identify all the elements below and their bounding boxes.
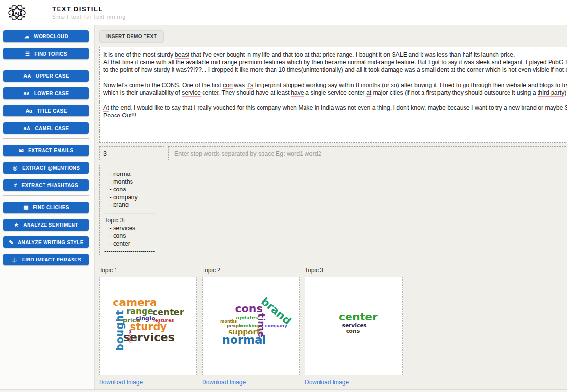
sidebar-item-label: EXTRACT @MENTIONS bbox=[22, 165, 80, 171]
results-line: - cons bbox=[104, 186, 567, 193]
text-segment: mid-range bbox=[366, 59, 396, 66]
sidebar-item-find-cliches[interactable]: ▦FIND CLICHES bbox=[3, 202, 89, 213]
text-segment: to the point of how sturdy it was??!??..… bbox=[103, 66, 567, 73]
text-segment: . But I got to say it was sleek and eleg… bbox=[414, 59, 567, 66]
sidebar-item-find-topics[interactable]: ☰FIND TOPICS bbox=[3, 48, 89, 59]
sidebar-item-upper-case[interactable]: AAUPPER CASE bbox=[3, 70, 89, 82]
app-subtitle: Smart tool for text mining bbox=[52, 15, 126, 20]
download-image-link[interactable]: Download Image bbox=[202, 379, 246, 386]
cloud-word: services bbox=[123, 332, 174, 343]
sidebar: ☁WORDCLOUD☰FIND TOPICSAAUPPER CASEaaLOWE… bbox=[0, 25, 95, 389]
download-image-link[interactable]: Download Image bbox=[305, 379, 349, 386]
sidebar-item-label: CAMEL CASE bbox=[35, 126, 69, 131]
header-titles: TEXT DISTILL Smart tool for text mining bbox=[52, 5, 126, 20]
sidebar-item-label: FIND IMPACT PHRASES bbox=[22, 257, 81, 262]
text-segment: ). Now, the third con wa bbox=[564, 89, 567, 96]
ai-logo-icon: AI bbox=[6, 1, 28, 24]
sidebar-item-extract-mentions[interactable]: @EXTRACT @MENTIONS bbox=[3, 162, 89, 174]
cloud-word: center bbox=[152, 308, 184, 317]
text-segment: a single service center bbox=[304, 89, 366, 96]
sidebar-item-find-impact-phrases[interactable]: ⚓FIND IMPACT PHRASES bbox=[3, 254, 89, 265]
sidebar-item-label: EXTRACT EMAILS bbox=[28, 148, 73, 153]
cloud-word: sturdy bbox=[130, 322, 167, 332]
grid-icon: ▦ bbox=[23, 205, 29, 210]
results-line: - months bbox=[104, 178, 567, 186]
text-segment: It is one of the most sturdy bbox=[103, 51, 175, 58]
stop-words-input[interactable] bbox=[168, 146, 567, 160]
cloud-word: cons bbox=[346, 328, 360, 334]
sidebar-item-label: FIND CLICHES bbox=[33, 205, 69, 210]
results-line: ------------------------- bbox=[104, 247, 567, 255]
sidebar-item-extract-emails[interactable]: ✉EXTRACT EMAILS bbox=[3, 145, 89, 156]
download-image-link[interactable]: Download Image bbox=[99, 379, 143, 386]
editor-line: which is their unavailability of service… bbox=[103, 89, 567, 97]
editor-line: At the end, I would like to say that I r… bbox=[103, 104, 567, 112]
misspelled-word: third-party bbox=[538, 89, 564, 97]
misspelled-word: mid range bbox=[211, 59, 237, 67]
text-segment: Peace Out!!! bbox=[103, 112, 136, 119]
uppercase-icon: AA bbox=[23, 73, 31, 79]
text-segment: Now let's come to the CONS. One of the f… bbox=[103, 82, 223, 88]
topic-count-input[interactable] bbox=[99, 146, 164, 160]
hash-icon: # bbox=[14, 183, 17, 188]
horizontal-scrollbar[interactable] bbox=[0, 389, 567, 392]
sidebar-item-analyze-writing-style[interactable]: ✎ANALYZE WRITING STYLE bbox=[3, 236, 89, 248]
sidebar-item-extract-hashtags[interactable]: #EXTRACT #HASHTAGS bbox=[3, 179, 89, 191]
topics-result-box[interactable]: - normal - months - cons - company - bra… bbox=[99, 165, 567, 255]
sidebar-item-camel-case[interactable]: aACAMEL CASE bbox=[3, 122, 89, 134]
topic-2: Topic 2consbrandupdatesmonthstimepeoplew… bbox=[202, 267, 300, 386]
results-line: - cons bbox=[104, 232, 567, 240]
cloud-icon: ☁ bbox=[24, 34, 29, 39]
text-segment: premium features which by then became bbox=[237, 59, 348, 66]
misspelled-word: service bbox=[182, 89, 201, 97]
review-textarea[interactable]: It is one of the most sturdy beast that … bbox=[99, 47, 567, 143]
cloud-word: company bbox=[265, 324, 287, 328]
topic-label: Topic 2 bbox=[202, 267, 300, 274]
editor-line bbox=[103, 97, 567, 104]
cloud-word: center bbox=[339, 312, 378, 322]
sidebar-item-label: LOWER CASE bbox=[34, 91, 69, 96]
misspelled-word: normal bbox=[348, 59, 366, 67]
camelcase-icon: aA bbox=[24, 126, 31, 131]
sidebar-divider bbox=[3, 64, 89, 64]
sidebar-item-label: TITLE CASE bbox=[37, 108, 67, 114]
text-segment: that I've ever bought in my life and tha… bbox=[189, 51, 515, 58]
cloud-word: updates bbox=[236, 316, 258, 320]
envelope-icon: ✉ bbox=[19, 148, 24, 153]
wordcloud-panel: consbrandupdatesmonthstimepeopleworkingc… bbox=[202, 277, 300, 375]
cloud-word: range bbox=[126, 307, 153, 316]
editor-line: to the point of how sturdy it was??!??..… bbox=[103, 66, 567, 74]
sidebar-item-label: ANALYZE WRITING STYLE bbox=[18, 240, 84, 245]
sidebar-item-title-case[interactable]: AaTITLE CASE bbox=[3, 105, 89, 116]
sidebar-item-label: WORDCLOUD bbox=[34, 34, 68, 39]
topics-row: Topic 1camerarangecenterpricesinglefeatu… bbox=[99, 267, 567, 386]
topic-label: Topic 3 bbox=[305, 267, 403, 274]
sidebar-item-analyze-sentiment[interactable]: ★ANALYZE SENTIMENT bbox=[3, 219, 89, 231]
text-segment: fingerprint stopped working say within 8… bbox=[253, 82, 567, 88]
sidebar-item-lower-case[interactable]: aaLOWER CASE bbox=[3, 87, 89, 99]
misspelled-word: beast bbox=[175, 51, 189, 59]
wordcloud-panel: centerservicescons bbox=[305, 277, 403, 375]
editor-line bbox=[103, 74, 567, 82]
at-icon: @ bbox=[13, 165, 18, 171]
star-icon: ★ bbox=[14, 222, 19, 228]
results-line: - services bbox=[104, 224, 567, 232]
editor-line: Now let's come to the CONS. One of the f… bbox=[103, 82, 567, 89]
topic-3: Topic 3centerservicesconsDownload Image bbox=[305, 267, 403, 386]
results-line: - company bbox=[104, 193, 567, 201]
sidebar-item-wordcloud[interactable]: ☁WORDCLOUD bbox=[3, 30, 89, 42]
topic-1: Topic 1camerarangecenterpricesinglefeatu… bbox=[99, 267, 197, 386]
text-segment: was bbox=[233, 82, 247, 88]
results-line: Topic 3: bbox=[104, 217, 567, 224]
controls-row bbox=[99, 146, 567, 160]
text-segment: major cities (if not a first party they … bbox=[371, 89, 538, 96]
insert-demo-text-button[interactable]: INSERT DEMO TEXT bbox=[99, 30, 164, 42]
text-segment: At that time it came with all the availa… bbox=[103, 59, 211, 66]
results-line: - center bbox=[104, 240, 567, 247]
anchor-icon: ⚓ bbox=[11, 257, 18, 262]
app-title: TEXT DISTILL bbox=[52, 5, 126, 13]
sidebar-item-label: FIND TOPICS bbox=[34, 51, 67, 57]
misspelled-word: feature bbox=[396, 59, 414, 67]
editor-line: It is one of the most sturdy beast that … bbox=[103, 51, 567, 59]
text-segment: the end, I would like to say that I real… bbox=[109, 104, 567, 111]
